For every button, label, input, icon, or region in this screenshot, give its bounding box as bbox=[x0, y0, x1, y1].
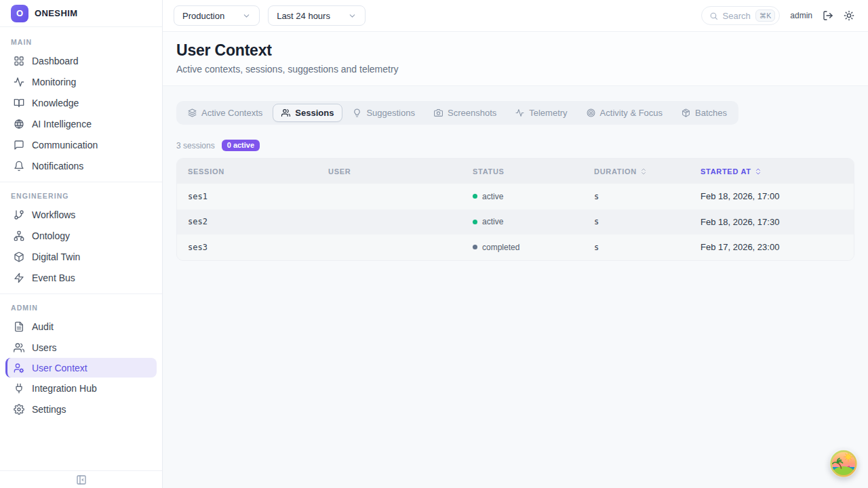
tab-label: Screenshots bbox=[448, 108, 496, 118]
page-header: User Context Active contexts, sessions, … bbox=[163, 32, 868, 86]
nav-section-engineering: ENGINEERING Workflows Ontology Digital T… bbox=[0, 182, 162, 289]
tab-activity-focus[interactable]: Activity & Focus bbox=[578, 104, 671, 122]
status-cell: active bbox=[462, 192, 583, 201]
session-id-cell: ses3 bbox=[177, 243, 317, 252]
duration-cell: s bbox=[583, 243, 690, 252]
sidebar-item-label: Notifications bbox=[32, 161, 83, 171]
island-icon bbox=[830, 450, 857, 477]
sidebar-item-label: Audit bbox=[32, 321, 54, 332]
theme-toggle-button[interactable] bbox=[844, 10, 854, 21]
sidebar-item-label: AI Intelligence bbox=[32, 119, 92, 129]
session-id-cell: ses2 bbox=[177, 217, 317, 226]
sidebar-item-settings[interactable]: Settings bbox=[0, 399, 162, 420]
status-label: completed bbox=[482, 243, 519, 252]
users-icon bbox=[14, 342, 24, 353]
status-cell: completed bbox=[462, 243, 583, 252]
sidebar-item-integration-hub[interactable]: Integration Hub bbox=[0, 378, 162, 399]
plug-icon bbox=[14, 383, 24, 394]
search-shortcut-badge: ⌘K bbox=[755, 9, 776, 22]
status-dot bbox=[473, 245, 477, 249]
sort-icon bbox=[639, 167, 648, 176]
island-floating-button[interactable] bbox=[830, 450, 857, 477]
status-dot bbox=[473, 220, 477, 224]
table-row[interactable]: ses2 active s Feb 18, 2026, 17:30 bbox=[177, 209, 854, 235]
sidebar-item-notifications[interactable]: Notifications bbox=[0, 155, 162, 176]
tab-telemetry[interactable]: Telemetry bbox=[507, 104, 576, 122]
sidebar-item-label: Knowledge bbox=[32, 98, 79, 108]
started-at-cell: Feb 17, 2026, 23:00 bbox=[690, 242, 854, 252]
sidebar-item-label: Event Bus bbox=[32, 272, 75, 283]
column-header-label: DURATION bbox=[594, 167, 637, 176]
gear-icon bbox=[14, 404, 24, 415]
main-area: Production Last 24 hours Search ⌘K admin… bbox=[163, 0, 868, 488]
column-header-session: SESSION bbox=[177, 167, 317, 176]
tab-label: Sessions bbox=[295, 108, 334, 118]
package-icon bbox=[682, 108, 690, 117]
sidebar-item-label: Digital Twin bbox=[32, 251, 80, 262]
tab-batches[interactable]: Batches bbox=[673, 104, 736, 122]
sidebar-item-workflows[interactable]: Workflows bbox=[0, 204, 162, 225]
environment-select-value: Production bbox=[182, 11, 224, 21]
tab-suggestions[interactable]: Suggestions bbox=[344, 104, 424, 122]
sidebar-item-communication[interactable]: Communication bbox=[0, 134, 162, 155]
hierarchy-icon bbox=[14, 230, 24, 241]
column-header-status: STATUS bbox=[462, 167, 583, 176]
sidebar-item-label: Settings bbox=[32, 404, 66, 415]
sidebar-item-event-bus[interactable]: Event Bus bbox=[0, 267, 162, 288]
zap-icon bbox=[14, 272, 24, 283]
camera-icon bbox=[434, 108, 443, 117]
tab-active-contexts[interactable]: Active Contexts bbox=[179, 104, 271, 122]
sessions-summary: 3 sessions 0 active bbox=[176, 140, 854, 151]
column-header-started-at[interactable]: STARTED AT bbox=[690, 167, 854, 176]
brand-name: ONESHIM bbox=[35, 8, 77, 18]
activity-icon bbox=[515, 108, 524, 117]
lightbulb-icon bbox=[353, 108, 361, 117]
session-id-cell: ses1 bbox=[177, 192, 317, 201]
sidebar-item-ai-intelligence[interactable]: AI Intelligence bbox=[0, 113, 162, 134]
panel-collapse-icon bbox=[76, 474, 87, 485]
nav-section-label: ENGINEERING bbox=[0, 188, 162, 204]
environment-select[interactable]: Production bbox=[174, 5, 260, 26]
sidebar-item-digital-twin[interactable]: Digital Twin bbox=[0, 246, 162, 267]
sidebar-item-label: User Context bbox=[32, 363, 87, 373]
table-header-row: SESSION USER STATUS DURATION STARTED AT bbox=[177, 159, 854, 184]
sidebar-item-knowledge[interactable]: Knowledge bbox=[0, 92, 162, 113]
nav-section-admin: ADMIN Audit Users User Context Integrati… bbox=[0, 293, 162, 421]
search-input[interactable]: Search ⌘K bbox=[701, 6, 781, 25]
started-at-cell: Feb 18, 2026, 17:00 bbox=[690, 191, 854, 201]
table-row[interactable]: ses1 active s Feb 18, 2026, 17:00 bbox=[177, 184, 854, 209]
tab-label: Telemetry bbox=[529, 108, 567, 118]
file-text-icon bbox=[14, 321, 24, 332]
sidebar-item-ontology[interactable]: Ontology bbox=[0, 225, 162, 246]
chevron-down-icon bbox=[348, 12, 357, 20]
target-icon bbox=[587, 108, 595, 117]
nav-section-main: MAIN Dashboard Monitoring Knowledge AI I… bbox=[0, 31, 162, 178]
collapse-sidebar-button[interactable] bbox=[76, 474, 87, 485]
table-row[interactable]: ses3 completed s Feb 17, 2026, 23:00 bbox=[177, 235, 854, 260]
brand-logo: O bbox=[11, 5, 28, 22]
sidebar-item-monitoring[interactable]: Monitoring bbox=[0, 71, 162, 92]
sidebar-item-dashboard[interactable]: Dashboard bbox=[0, 50, 162, 71]
status-cell: active bbox=[462, 217, 583, 226]
tab-sessions[interactable]: Sessions bbox=[273, 104, 342, 122]
sidebar-item-user-context[interactable]: User Context bbox=[5, 358, 157, 378]
sun-icon bbox=[844, 10, 854, 21]
book-open-icon bbox=[14, 98, 24, 108]
tab-label: Batches bbox=[695, 108, 727, 118]
column-header-label: STARTED AT bbox=[701, 167, 751, 176]
sidebar-item-audit[interactable]: Audit bbox=[0, 316, 162, 337]
sort-icon bbox=[754, 167, 762, 176]
column-header-duration[interactable]: DURATION bbox=[583, 167, 690, 176]
search-icon bbox=[709, 12, 718, 20]
time-range-select[interactable]: Last 24 hours bbox=[268, 5, 366, 26]
chat-icon bbox=[14, 140, 24, 150]
started-at-cell: Feb 18, 2026, 17:30 bbox=[690, 217, 854, 227]
sidebar-item-users[interactable]: Users bbox=[0, 337, 162, 358]
brand: O ONESHIM bbox=[0, 0, 162, 27]
sidebar-item-label: Integration Hub bbox=[32, 383, 97, 394]
sidebar-item-label: Ontology bbox=[32, 230, 70, 241]
layers-icon bbox=[188, 108, 197, 117]
logout-button[interactable] bbox=[823, 10, 833, 21]
tab-screenshots[interactable]: Screenshots bbox=[425, 104, 505, 122]
nav-section-label: ADMIN bbox=[0, 300, 162, 316]
